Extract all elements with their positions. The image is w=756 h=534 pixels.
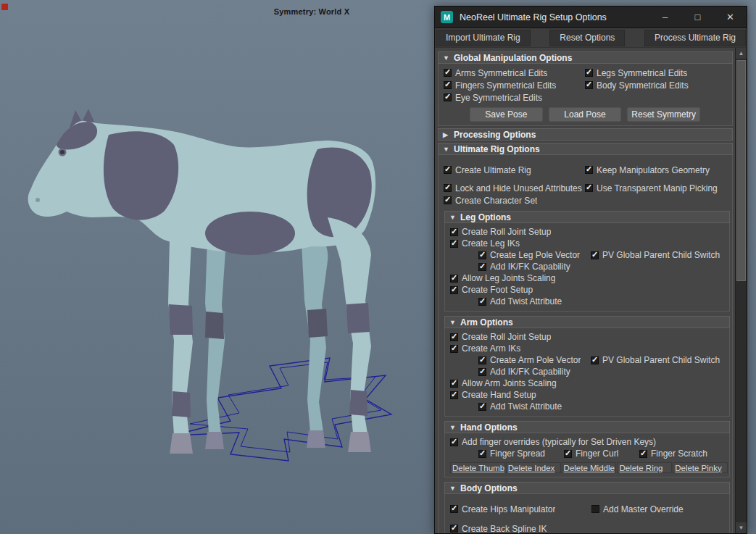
arm-add-twist-attribute-label[interactable]: Add Twist Attribute <box>490 401 562 412</box>
reset-symmetry-button[interactable]: Reset Symmetry <box>627 107 700 122</box>
finger-scratch-label[interactable]: Finger Scratch <box>651 449 707 459</box>
section-header-leg-options[interactable]: ▼ Leg Options <box>444 211 730 223</box>
section-header-arm-options[interactable]: ▼ Arm Options <box>444 316 730 328</box>
finger-scratch-checkbox[interactable] <box>639 450 647 458</box>
leg-add-ikfk-capability-label[interactable]: Add IK/FK Capability <box>490 262 570 272</box>
create-character-set-label[interactable]: Create Character Set <box>455 196 537 206</box>
fingers-symmetrical-checkbox[interactable] <box>444 81 452 89</box>
load-pose-button[interactable]: Load Pose <box>549 107 622 122</box>
collapse-triangle-icon[interactable]: ▼ <box>449 214 460 221</box>
section-header-body-options[interactable]: ▼ Body Options <box>444 482 730 494</box>
arms-symmetrical-checkbox[interactable] <box>444 69 452 77</box>
vertical-scrollbar[interactable]: ▲ ▼ <box>735 48 747 533</box>
keep-manipulators-geometry-label[interactable]: Keep Manipulators Geometry <box>597 165 710 175</box>
use-transparent-manip-picking-checkbox[interactable] <box>585 184 593 192</box>
create-arm-iks-label[interactable]: Create Arm IKs <box>462 343 520 354</box>
create-hips-manipulator-checkbox[interactable] <box>450 505 458 513</box>
create-hand-setup-checkbox[interactable] <box>450 391 458 399</box>
delete-middle-button[interactable]: Delete Middle <box>562 462 617 473</box>
create-back-spline-ik-label[interactable]: Create Back Spline IK <box>462 524 547 534</box>
process-ultimate-rig-button[interactable]: Process Ultimate Rig <box>644 30 746 46</box>
allow-leg-joints-scaling-checkbox[interactable] <box>450 275 458 283</box>
finger-curl-label[interactable]: Finger Curl <box>576 449 618 459</box>
arm-create-roll-joint-label[interactable]: Create Roll Joint Setup <box>462 332 551 342</box>
delete-index-button[interactable]: Delete Index <box>506 462 561 473</box>
leg-create-roll-joint-checkbox[interactable] <box>450 228 458 236</box>
minimize-icon[interactable]: – <box>649 7 681 28</box>
section-header-processing[interactable]: ▶ Processing Options <box>438 128 733 141</box>
legs-symmetrical-label[interactable]: Legs Symmetrical Edits <box>597 68 687 78</box>
collapse-triangle-icon[interactable]: ▼ <box>443 146 454 153</box>
arms-symmetrical-label[interactable]: Arms Symmetrical Edits <box>455 68 547 78</box>
import-ultimate-rig-button[interactable]: Import Ultimate Rig <box>436 30 531 46</box>
create-hips-manipulator-label[interactable]: Create Hips Manipulator <box>462 504 555 514</box>
leg-pv-global-parent-child-switch-label[interactable]: PV Global Parent Child Switch <box>602 250 720 260</box>
delete-ring-button[interactable]: Delete Ring <box>617 462 672 473</box>
create-ultimate-rig-label[interactable]: Create Ultimate Rig <box>455 165 531 175</box>
section-header-global-manipulation[interactable]: ▼ Global Manipulation Options <box>438 51 733 64</box>
collapse-triangle-icon[interactable]: ▶ <box>443 131 454 138</box>
create-character-set-checkbox[interactable] <box>444 196 452 204</box>
create-ultimate-rig-checkbox[interactable] <box>444 166 452 174</box>
add-master-override-label[interactable]: Add Master Override <box>603 504 684 514</box>
lock-hide-unused-attributes-checkbox[interactable] <box>444 184 452 192</box>
arm-create-roll-joint-checkbox[interactable] <box>450 333 458 341</box>
collapse-triangle-icon[interactable]: ▼ <box>449 424 460 431</box>
keep-manipulators-geometry-checkbox[interactable] <box>585 166 593 174</box>
create-foot-setup-label[interactable]: Create Foot Setup <box>462 285 533 295</box>
finger-curl-checkbox[interactable] <box>564 450 572 458</box>
reset-options-button[interactable]: Reset Options <box>549 30 625 46</box>
arm-add-ikfk-capability-label[interactable]: Add IK/FK Capability <box>490 367 570 377</box>
leg-add-twist-attribute-checkbox[interactable] <box>478 298 486 306</box>
finger-spread-label[interactable]: Finger Spread <box>490 449 545 459</box>
create-leg-pole-vector-label[interactable]: Create Leg Pole Vector <box>490 250 580 260</box>
create-foot-setup-checkbox[interactable] <box>450 286 458 294</box>
legs-symmetrical-checkbox[interactable] <box>585 69 593 77</box>
section-header-hand-options[interactable]: ▼ Hand Options <box>444 421 730 433</box>
lock-hide-unused-attributes-label[interactable]: Lock and Hide Unused Attributes <box>455 183 582 193</box>
allow-leg-joints-scaling-label[interactable]: Allow Leg Joints Scaling <box>462 273 555 283</box>
finger-spread-checkbox[interactable] <box>478 450 486 458</box>
close-icon[interactable]: ✕ <box>714 7 747 28</box>
body-symmetrical-checkbox[interactable] <box>585 81 593 89</box>
horse-model[interactable] <box>28 109 375 454</box>
arm-pv-global-parent-child-switch-checkbox[interactable] <box>591 356 599 364</box>
create-leg-iks-label[interactable]: Create Leg IKs <box>462 238 520 249</box>
leg-pv-global-parent-child-switch-checkbox[interactable] <box>591 251 599 259</box>
maximize-icon[interactable]: □ <box>681 7 714 28</box>
leg-add-ikfk-capability-checkbox[interactable] <box>478 263 486 271</box>
eye-symmetrical-label[interactable]: Eye Symmetrical Edits <box>455 93 542 103</box>
delete-thumb-button[interactable]: Delete Thumb <box>450 462 505 473</box>
add-master-override-checkbox[interactable] <box>591 505 599 513</box>
create-leg-pole-vector-checkbox[interactable] <box>478 251 486 259</box>
scroll-down-icon[interactable]: ▼ <box>736 522 747 533</box>
collapse-triangle-icon[interactable]: ▼ <box>449 485 460 492</box>
create-arm-pole-vector-label[interactable]: Create Arm Pole Vector <box>490 355 581 365</box>
collapse-triangle-icon[interactable]: ▼ <box>449 319 460 326</box>
create-leg-iks-checkbox[interactable] <box>450 240 458 248</box>
body-symmetrical-label[interactable]: Body Symmetrical Edits <box>597 80 689 91</box>
delete-pinky-button[interactable]: Delete Pinky <box>673 462 728 473</box>
create-arm-pole-vector-checkbox[interactable] <box>478 356 486 364</box>
section-header-ultimate-rig[interactable]: ▼ Ultimate Rig Options <box>438 143 733 155</box>
arm-add-ikfk-capability-checkbox[interactable] <box>478 368 486 376</box>
leg-add-twist-attribute-label[interactable]: Add Twist Attribute <box>490 296 562 306</box>
allow-arm-joints-scaling-label[interactable]: Allow Arm Joints Scaling <box>462 378 557 388</box>
window-titlebar[interactable]: M NeoReel Ultimate Rig Setup Options – □… <box>435 7 747 28</box>
create-arm-iks-checkbox[interactable] <box>450 345 458 353</box>
use-transparent-manip-picking-label[interactable]: Use Transparent Manip Picking <box>597 183 718 193</box>
allow-arm-joints-scaling-checkbox[interactable] <box>450 380 458 388</box>
leg-create-roll-joint-label[interactable]: Create Roll Joint Setup <box>462 227 551 237</box>
eye-symmetrical-checkbox[interactable] <box>444 93 452 101</box>
fingers-symmetrical-label[interactable]: Fingers Symmetrical Edits <box>455 80 556 91</box>
arm-add-twist-attribute-checkbox[interactable] <box>478 403 486 411</box>
save-pose-button[interactable]: Save Pose <box>470 107 543 122</box>
create-back-spline-ik-checkbox[interactable] <box>450 525 458 533</box>
arm-pv-global-parent-child-switch-label[interactable]: PV Global Parent Child Switch <box>602 355 720 365</box>
add-finger-overrides-checkbox[interactable] <box>450 438 458 446</box>
collapse-triangle-icon[interactable]: ▼ <box>443 54 454 62</box>
add-finger-overrides-label[interactable]: Add finger overrides (typically for Set … <box>462 437 656 447</box>
options-scroll-area[interactable]: ▼ Global Manipulation Options Arms Symme… <box>435 48 735 533</box>
scroll-up-icon[interactable]: ▲ <box>736 48 747 59</box>
scene-canvas[interactable] <box>0 0 434 534</box>
